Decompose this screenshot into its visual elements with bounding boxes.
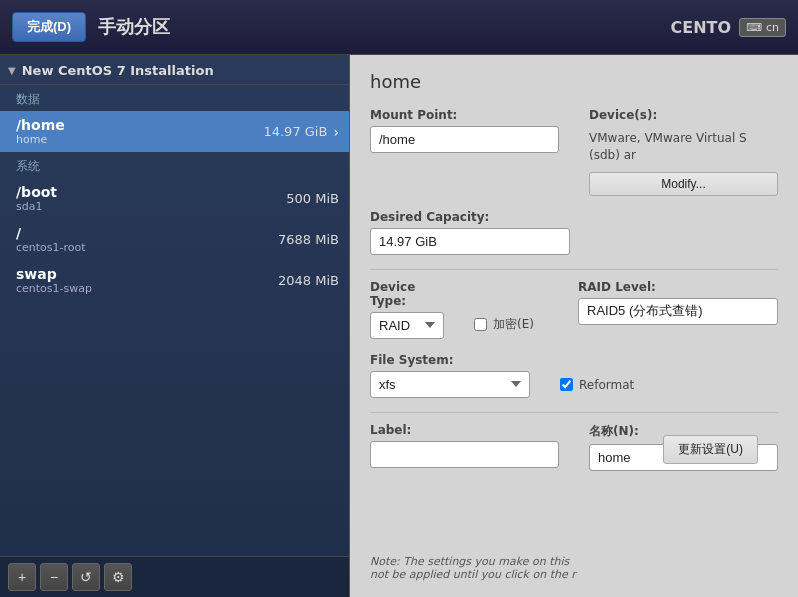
installation-title: New CentOS 7 Installation — [22, 63, 214, 78]
desired-capacity-input[interactable] — [370, 228, 570, 255]
mount-point-label: Mount Point: — [370, 108, 559, 122]
filesystem-label: File System: — [370, 353, 530, 367]
partition-name-home: /home — [16, 117, 65, 133]
filesystem-select[interactable]: xfs ext4 ext3 vfat swap — [370, 371, 530, 398]
divider — [370, 269, 778, 270]
partition-sub-boot: sda1 — [16, 200, 57, 213]
brand-label: CENTO — [671, 18, 732, 37]
bottom-toolbar: + − ↺ ⚙ — [0, 556, 349, 597]
page-title: 手动分区 — [98, 15, 170, 39]
form-group-filesystem: File System: xfs ext4 ext3 vfat swap — [370, 353, 530, 398]
add-partition-button[interactable]: + — [8, 563, 36, 591]
raid-level-label: RAID Level: — [578, 280, 778, 294]
form-group-capacity: Desired Capacity: — [370, 210, 570, 255]
reformat-row: Reformat — [560, 378, 634, 392]
form-row-mount-devices: Mount Point: Device(s): VMware, VMware V… — [370, 108, 778, 196]
partition-size-swap: 2048 MiB — [278, 273, 339, 288]
form-row-capacity: Desired Capacity: — [370, 210, 778, 255]
desired-capacity-label: Desired Capacity: — [370, 210, 570, 224]
label-label: Label: — [370, 423, 559, 437]
note-line1: Note: The settings you make on this — [370, 555, 569, 568]
done-button[interactable]: 完成(D) — [12, 12, 86, 42]
encrypt-checkbox[interactable] — [474, 318, 487, 331]
form-row-filesystem: File System: xfs ext4 ext3 vfat swap Ref… — [370, 353, 778, 398]
refresh-button[interactable]: ↺ — [72, 563, 100, 591]
note-text: Note: The settings you make on this not … — [370, 555, 778, 581]
mount-point-input[interactable] — [370, 126, 559, 153]
keyboard-icon-box[interactable]: ⌨ cn — [739, 18, 786, 37]
partition-size-home: 14.97 GiB › — [263, 124, 339, 140]
installation-header: ▼ New CentOS 7 Installation — [0, 55, 349, 85]
partition-item-swap[interactable]: swap centos1-swap 2048 MiB — [0, 260, 349, 301]
partition-sub-home: home — [16, 133, 65, 146]
device-type-select[interactable]: RAID Standard Partition LVM — [370, 312, 444, 339]
partition-item-left: /home home — [16, 117, 65, 146]
note-line2: not be applied until you click on the r — [370, 568, 576, 581]
collapse-icon[interactable]: ▼ — [8, 65, 16, 76]
partition-name-boot: /boot — [16, 184, 57, 200]
reformat-label: Reformat — [579, 378, 634, 392]
form-group-mount-point: Mount Point: — [370, 108, 559, 196]
form-group-devices: Device(s): VMware, VMware Virtual S (sdb… — [589, 108, 778, 196]
raid-level-input[interactable] — [578, 298, 778, 325]
partition-size-root: 7688 MiB — [278, 232, 339, 247]
form-group-encrypt: 加密(E) — [474, 280, 548, 339]
partition-sub-root: centos1-root — [16, 241, 86, 254]
partition-item-root[interactable]: / centos1-root 7688 MiB — [0, 219, 349, 260]
partition-item-home[interactable]: /home home 14.97 GiB › — [0, 111, 349, 152]
top-bar-right: CENTO ⌨ cn — [671, 18, 787, 37]
reformat-checkbox[interactable] — [560, 378, 573, 391]
remove-partition-button[interactable]: − — [40, 563, 68, 591]
partition-name-swap: swap — [16, 266, 92, 282]
top-bar: 完成(D) 手动分区 CENTO ⌨ cn — [0, 0, 798, 55]
devices-label: Device(s): — [589, 108, 778, 122]
encrypt-label: 加密(E) — [493, 316, 534, 333]
form-row-device-type: Device Type: RAID Standard Partition LVM… — [370, 280, 778, 339]
partition-item-left-boot: /boot sda1 — [16, 184, 57, 213]
partition-item-left-root: / centos1-root — [16, 225, 86, 254]
partition-size-boot: 500 MiB — [286, 191, 339, 206]
keyboard-locale: cn — [766, 21, 779, 34]
device-type-label: Device Type: — [370, 280, 444, 308]
partition-sub-swap: centos1-swap — [16, 282, 92, 295]
partition-detail-title: home — [370, 71, 778, 92]
encrypt-row: 加密(E) — [474, 316, 534, 333]
update-settings-button[interactable]: 更新设置(U) — [663, 435, 758, 464]
section-label-system: 系统 — [0, 152, 349, 178]
left-panel: ▼ New CentOS 7 Installation 数据 /home hom… — [0, 55, 350, 597]
right-panel: home Mount Point: Device(s): VMware, VMw… — [350, 55, 798, 597]
modify-button[interactable]: Modify... — [589, 172, 778, 196]
devices-text: VMware, VMware Virtual S (sdb) ar — [589, 130, 778, 164]
divider-2 — [370, 412, 778, 413]
label-input[interactable] — [370, 441, 559, 468]
main-content: ▼ New CentOS 7 Installation 数据 /home hom… — [0, 55, 798, 597]
gear-button[interactable]: ⚙ — [104, 563, 132, 591]
form-group-reformat: Reformat — [560, 353, 778, 398]
partition-item-boot[interactable]: /boot sda1 500 MiB — [0, 178, 349, 219]
section-label-data: 数据 — [0, 85, 349, 111]
partition-size-value-home: 14.97 GiB — [263, 124, 327, 139]
partition-name-root: / — [16, 225, 86, 241]
chevron-right-icon: › — [333, 124, 339, 140]
keyboard-icon: ⌨ — [746, 21, 762, 34]
form-group-raid-level: RAID Level: — [578, 280, 778, 339]
partition-item-left-swap: swap centos1-swap — [16, 266, 92, 295]
form-group-device-type: Device Type: RAID Standard Partition LVM — [370, 280, 444, 339]
form-group-label: Label: — [370, 423, 559, 471]
